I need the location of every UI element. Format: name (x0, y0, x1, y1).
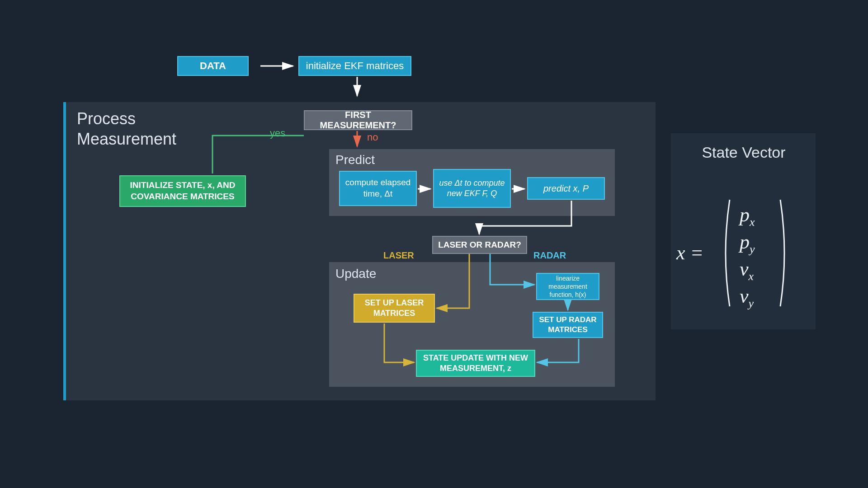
state-update-node: STATE UPDATE WITH NEW MEASUREMENT, z (416, 350, 535, 377)
update-title: Update (335, 267, 376, 281)
pv1: p (740, 204, 750, 226)
use-dt-node: use Δt to compute new EKF F, Q (433, 169, 511, 208)
pv4: v (740, 285, 749, 307)
predict-xp-node: predict x, P (527, 177, 605, 200)
yes-label: yes (270, 127, 285, 139)
pv3s: x (749, 270, 754, 283)
radar-matrices-node: SET UP RADAR MATRICES (533, 312, 603, 338)
first-measurement-node: FIRST MEASUREMENT? (304, 110, 412, 130)
linearize-node: linearize measurement function, h(x) (536, 273, 599, 300)
pv1s: x (750, 216, 755, 229)
data-node: DATA (177, 56, 249, 76)
state-vector-title: State Vector (687, 144, 800, 161)
no-label: no (367, 131, 378, 143)
laser-or-radar-node: LASER OR RADAR? (432, 236, 527, 254)
laser-matrices-node: SET UP LASER MATRICES (354, 294, 435, 323)
predict-title: Predict (335, 153, 375, 167)
initialize-state-node: INITIALIZE STATE, x, AND COVARIANCE MATR… (119, 175, 246, 207)
laser-label: LASER (383, 250, 414, 261)
pv2s: y (750, 243, 755, 256)
state-vector-equation: x = px py vx vy (673, 190, 814, 316)
process-measurement-title: ProcessMeasurement (77, 108, 176, 149)
pv3: v (740, 258, 749, 280)
compute-dt-node: compute elapsed time, Δt (339, 171, 417, 206)
radar-label: RADAR (533, 250, 566, 261)
init-ekf-node: initialize EKF matrices (298, 56, 411, 76)
pv2: p (740, 231, 750, 253)
pv4s: y (749, 297, 754, 310)
